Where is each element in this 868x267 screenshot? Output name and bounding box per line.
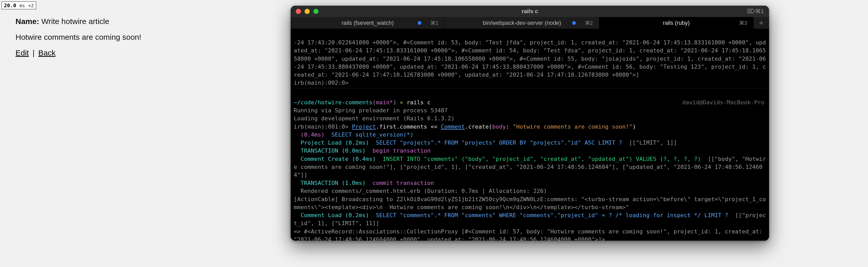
sql-line: Project Load (0.2ms) SELECT "projects".*…: [294, 139, 677, 146]
branch-open: (: [373, 99, 376, 106]
activity-indicator-icon: [418, 21, 421, 25]
window-shortcut-icon: ⌦⌘1: [747, 6, 764, 17]
article-pane: Name: Write hotwire article Hotwire comm…: [16, 15, 212, 63]
sql: INSERT INTO "comments" ("body", "project…: [382, 156, 701, 162]
terminal-body[interactable]: -24 17:43:20.022641000 +0000">, #<Commen…: [291, 29, 769, 241]
sql: SELECT "comments".* FROM "comments" WHER…: [376, 212, 728, 219]
timing: Comment Create (0.4ms): [294, 156, 382, 162]
tab-label: rails (ruby): [663, 20, 690, 26]
timing: TRANSACTION (0.0ms): [294, 147, 373, 154]
close-icon[interactable]: [296, 9, 301, 14]
result-line: => #<ActiveRecord::Associations::Collect…: [294, 228, 766, 241]
back-link[interactable]: Back: [38, 48, 56, 57]
timing: (0.4ms): [294, 131, 332, 138]
sql-args: [["LIMIT", 1]]: [622, 139, 677, 146]
name-label: Name:: [16, 17, 39, 26]
window-title: rails c: [291, 8, 769, 15]
article-actions: Edit | Back: [16, 47, 212, 59]
const-project: Project: [352, 124, 376, 130]
scrollback-line: irb(main):002:0>: [294, 79, 348, 86]
sql: begin transaction: [373, 147, 431, 154]
name-value: Write hotwire article: [41, 17, 109, 26]
traffic-lights: [291, 9, 318, 14]
string-literal: "Hotwire comments are coming soon!": [513, 124, 633, 130]
timing: Comment Load (0.2ms): [294, 212, 376, 219]
env-line: Loading development environment (Rails 6…: [294, 115, 455, 122]
chain: .first.comments <<: [376, 124, 441, 130]
zoom-icon[interactable]: [313, 9, 318, 14]
tab-webpack[interactable]: bin/webpack-dev-server (node) ⌘2: [445, 17, 599, 29]
tab-shortcut: ⌘3: [739, 20, 747, 26]
actioncable-line: [ActionCable] Broadcasting to Z2lkOi8vaG…: [294, 196, 766, 210]
sql-line: TRANSACTION (0.0ms) begin transaction: [294, 147, 431, 154]
tabbar: rails (fsevent_watch) ⌘1 bin/webpack-dev…: [291, 17, 769, 29]
close-paren: ): [632, 124, 636, 130]
sql: commit transaction: [373, 180, 434, 186]
plus-icon: +: [759, 19, 764, 27]
perf-time: 20.0: [4, 2, 16, 8]
tab-rails-fsevent[interactable]: rails (fsevent_watch) ⌘1: [291, 17, 445, 29]
colon: :: [506, 124, 513, 130]
perf-badge[interactable]: 20.0 ms ×2: [2, 2, 36, 9]
tab-label: rails (fsevent_watch): [342, 20, 394, 26]
tab-shortcut: ⌘1: [430, 20, 438, 26]
sql-line: (0.4ms) SELECT sqlite_version(*): [294, 131, 413, 138]
prompt-path: ~/code/hotwire-comments: [294, 99, 373, 106]
minimize-icon[interactable]: [305, 9, 310, 14]
name-row: Name: Write hotwire article: [16, 15, 212, 27]
separator: |: [31, 48, 36, 57]
irb-prefix: irb(main):001:0>: [294, 124, 352, 130]
article-body: Hotwire comments are coming soon!: [16, 31, 212, 43]
sql-line: Comment Load (0.2ms) SELECT "comments".*…: [294, 212, 766, 227]
titlebar[interactable]: rails c ⌦⌘1: [291, 6, 769, 17]
irb-input-line: irb(main):001:0> Project.first.comments …: [294, 124, 636, 130]
edit-link[interactable]: Edit: [16, 48, 29, 57]
terminal-window: rails c ⌦⌘1 rails (fsevent_watch) ⌘1 bin…: [291, 6, 769, 241]
sql-line: TRANSACTION (1.0ms) commit transaction: [294, 180, 434, 186]
tab-label: bin/webpack-dev-server (node): [483, 20, 561, 26]
tab-shortcut: ⌘2: [585, 20, 593, 26]
prompt-line: ~/code/hotwire-comments(main*) » rails c…: [294, 99, 431, 106]
prompt-caret: »: [396, 99, 407, 106]
const-comment: Comment: [441, 124, 465, 130]
sql-line: Comment Create (0.4ms) INSERT INTO "comm…: [294, 156, 766, 178]
sql: SELECT "projects".* FROM "projects" ORDE…: [376, 139, 622, 146]
new-tab-button[interactable]: +: [753, 17, 769, 29]
kwarg-body: body: [492, 124, 506, 130]
chain: .create(: [465, 124, 492, 130]
rendered-line: Rendered comments/_comment.html.erb (Dur…: [294, 188, 547, 194]
tab-rails-ruby[interactable]: rails (ruby) ⌘3: [599, 17, 753, 29]
timing: Project Load (0.2ms): [294, 139, 376, 146]
scrollback-line: -24 17:43:20.022641000 +0000">, #<Commen…: [294, 39, 766, 78]
prompt-cmd: rails c: [407, 99, 431, 106]
spring-line: Running via Spring preloader in process …: [294, 107, 448, 113]
perf-unit: ms: [20, 3, 25, 8]
prompt-branch: main*: [376, 99, 393, 106]
user-host: david@Davids-MacBook-Pro: [682, 98, 765, 106]
perf-mult: ×2: [28, 3, 34, 8]
branch-close: ): [393, 99, 396, 106]
timing: TRANSACTION (1.0ms): [294, 180, 373, 186]
activity-indicator-icon: [572, 21, 576, 25]
sql: SELECT sqlite_version(*): [332, 131, 413, 138]
